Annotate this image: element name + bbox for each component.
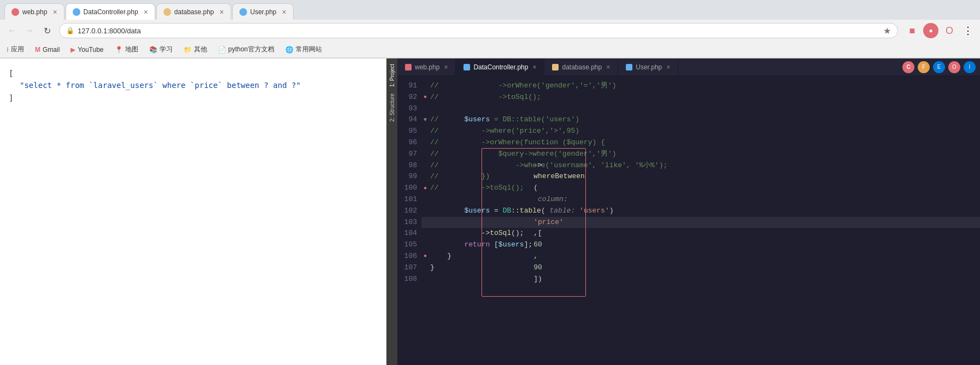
- gutter-105: [421, 242, 429, 249]
- code-line-103: -> whereBetween ( column: 'price' ,[ 60 …: [421, 217, 980, 228]
- gutter-107: [421, 264, 429, 272]
- tab-database-icon: [163, 8, 171, 16]
- json-line-1: [: [9, 67, 378, 79]
- lock-icon: 🔒: [66, 27, 74, 34]
- browser-icon-edge[interactable]: E: [933, 61, 945, 73]
- bookmark-python[interactable]: 📄 python官方文档: [216, 44, 277, 55]
- editor-tab-user-close[interactable]: ×: [666, 63, 670, 71]
- reload-button[interactable]: ↻: [39, 23, 55, 38]
- line-num-107: 107: [402, 262, 417, 274]
- forward-button[interactable]: →: [22, 23, 37, 38]
- bookmarks-bar: ⁝ 应用 M Gmail ▶ YouTube 📍 地图 📚 学习 📁 其他 📄 …: [0, 42, 980, 58]
- editor-tab-dc-icon: [463, 64, 470, 70]
- line-num-101: 101: [402, 194, 417, 205]
- fold-106[interactable]: ●: [421, 252, 429, 260]
- fold-94[interactable]: ▼: [421, 116, 429, 124]
- tab-web-close[interactable]: ×: [52, 8, 57, 16]
- code-content: // ->orWhere('gender','=','男') ● // ->to…: [419, 76, 980, 365]
- extensions-button[interactable]: ■: [905, 23, 920, 38]
- browser-actions: ■ ● O ⋮: [905, 23, 976, 38]
- browser-icon-firefox[interactable]: F: [918, 61, 930, 73]
- bookmark-maps-label: 地图: [125, 45, 138, 54]
- line-num-97: 97: [402, 149, 417, 160]
- bookmark-star-icon[interactable]: ★: [883, 26, 891, 36]
- line-num-95: 95: [402, 126, 417, 137]
- line-num-103: 103: [402, 217, 417, 228]
- bookmark-youtube-label: YouTube: [78, 46, 103, 54]
- url-text: 127.0.0.1:8000/data: [78, 27, 878, 35]
- tab-datacontroller-close[interactable]: ×: [144, 8, 148, 16]
- tab-bar: web.php × DataController.php × database.…: [0, 0, 980, 20]
- python-icon: 📄: [218, 46, 226, 54]
- fold-100[interactable]: ●: [421, 185, 429, 192]
- code-line-96: // ->orWhere(function ($query) {: [421, 137, 980, 149]
- main-content: [ "select * from `laravel_users` where `…: [0, 58, 980, 365]
- study-icon: 📚: [149, 46, 157, 54]
- browser-chrome: web.php × DataController.php × database.…: [0, 0, 980, 58]
- code-line-93: [421, 103, 980, 115]
- line-num-94: 94: [402, 114, 417, 126]
- editor-tab-user[interactable]: User.php ×: [618, 58, 678, 76]
- tab-database-close[interactable]: ×: [220, 8, 224, 16]
- editor-tab-web[interactable]: web.php ×: [397, 58, 456, 76]
- editor-tab-db-close[interactable]: ×: [606, 63, 610, 71]
- fold-92[interactable]: ●: [421, 93, 429, 101]
- gutter-93: [421, 105, 429, 113]
- bookmark-gmail[interactable]: M Gmail: [33, 45, 62, 55]
- bookmark-study[interactable]: 📚 学习: [147, 44, 175, 55]
- tab-user-label: User.php: [250, 8, 277, 16]
- json-output: [ "select * from `laravel_users` where `…: [9, 67, 378, 104]
- tab-user[interactable]: User.php ×: [232, 3, 294, 20]
- tab-user-close[interactable]: ×: [282, 8, 286, 16]
- line-num-92: 92: [402, 92, 417, 103]
- opera-button[interactable]: O: [942, 23, 957, 38]
- editor-tab-dc-close[interactable]: ×: [532, 63, 536, 71]
- apps-icon: ⁝: [7, 46, 9, 54]
- gutter-103: [421, 219, 429, 226]
- bookmark-python-label: python官方文档: [228, 45, 274, 54]
- address-box[interactable]: 🔒 127.0.0.1:8000/data ★: [59, 23, 898, 38]
- bookmark-common-label: 常用网站: [296, 45, 322, 54]
- editor-tab-bar: web.php × DataController.php × database.…: [397, 58, 980, 76]
- bookmark-study-label: 学习: [160, 45, 173, 54]
- bookmark-maps[interactable]: 📍 地图: [113, 44, 140, 55]
- gutter-99: [421, 173, 429, 181]
- back-button[interactable]: ←: [4, 23, 20, 38]
- line-num-99: 99: [402, 171, 417, 182]
- vertical-tab-strip: 1: Project 2: Structure: [386, 58, 397, 365]
- tab-web[interactable]: web.php ×: [4, 3, 64, 20]
- browser-icon-chrome[interactable]: C: [902, 61, 914, 73]
- tab-database[interactable]: database.php ×: [156, 3, 231, 20]
- editor-tab-database[interactable]: database.php ×: [544, 58, 618, 76]
- editor-tab-datacontroller[interactable]: DataController.php ×: [456, 58, 544, 76]
- code-line-91: // ->orWhere('gender','=','男'): [421, 80, 980, 92]
- gutter-108: [421, 275, 429, 283]
- editor-tab-db-label: database.php: [562, 63, 602, 71]
- editor-tab-dc-label: DataController.php: [473, 63, 528, 71]
- code-line-95: // ->where('price','>',95): [421, 126, 980, 137]
- bookmark-apps[interactable]: ⁝ 应用: [4, 44, 26, 55]
- common-icon: 🌐: [285, 46, 294, 54]
- menu-button[interactable]: ⋮: [960, 23, 976, 38]
- browser-icon-opera[interactable]: O: [948, 61, 960, 73]
- editor-top-right: C F E O I: [902, 61, 980, 73]
- browser-icon-ie[interactable]: I: [964, 61, 976, 73]
- line-num-104: 104: [402, 228, 417, 239]
- bookmark-other[interactable]: 📁 其他: [181, 44, 209, 55]
- bookmark-other-label: 其他: [194, 45, 207, 54]
- tab-user-icon: [239, 8, 247, 16]
- bookmark-common[interactable]: 🌐 常用网站: [283, 44, 324, 55]
- editor-tab-web-close[interactable]: ×: [444, 63, 448, 71]
- bookmark-youtube[interactable]: ▶ YouTube: [68, 45, 105, 55]
- gutter-102: [421, 207, 429, 215]
- nav-buttons: ← → ↻: [4, 23, 55, 38]
- code-line-94: ▼ // $users = DB::table('users'): [421, 114, 980, 126]
- tab-datacontroller[interactable]: DataController.php ×: [66, 3, 155, 20]
- code-line-104: -> toSql ();: [421, 228, 980, 239]
- profile-button[interactable]: ●: [923, 23, 938, 38]
- tab-web-icon: [11, 8, 19, 16]
- line-num-102: 102: [402, 205, 417, 217]
- json-line-3: ]: [9, 92, 378, 104]
- vtab-project[interactable]: 1: Project: [388, 61, 396, 90]
- vtab-structure[interactable]: 2: Structure: [388, 90, 396, 125]
